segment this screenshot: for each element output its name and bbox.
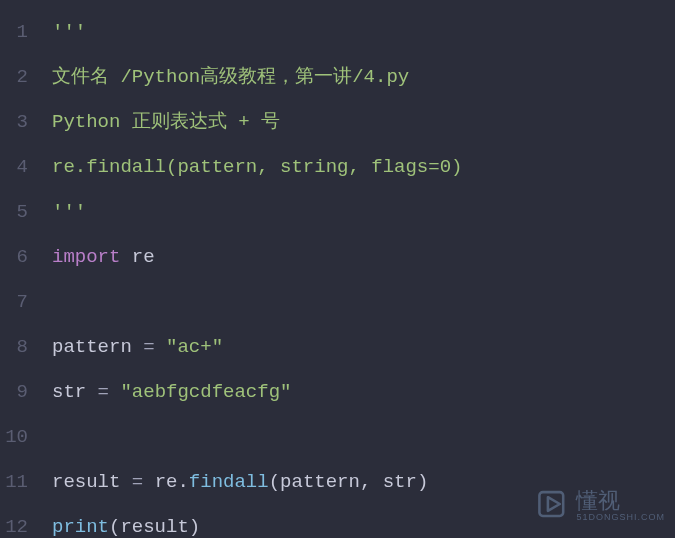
code-line[interactable] bbox=[52, 280, 675, 325]
token-str: "aebfgcdfeacfg" bbox=[120, 381, 291, 403]
line-number: 8 bbox=[0, 325, 28, 370]
token-ident: re bbox=[143, 471, 177, 493]
token-func: print bbox=[52, 516, 109, 538]
code-editor[interactable]: 123456789101112 '''文件名 /Python高级教程，第一讲/4… bbox=[0, 0, 675, 538]
token-ident: result bbox=[52, 471, 132, 493]
code-line[interactable]: 文件名 /Python高级教程，第一讲/4.py bbox=[52, 55, 675, 100]
token-ident: (result) bbox=[109, 516, 200, 538]
token-str: "ac+" bbox=[166, 336, 223, 358]
line-number: 6 bbox=[0, 235, 28, 280]
code-line[interactable]: print(result) bbox=[52, 505, 675, 538]
token-ident: pattern bbox=[52, 336, 143, 358]
token-func: findall bbox=[189, 471, 269, 493]
token-ident: str bbox=[52, 381, 98, 403]
code-line[interactable] bbox=[52, 415, 675, 460]
token-op: = bbox=[132, 471, 143, 493]
line-number: 11 bbox=[0, 460, 28, 505]
token-ident bbox=[155, 336, 166, 358]
line-number: 7 bbox=[0, 280, 28, 325]
token-ident bbox=[109, 381, 120, 403]
token-str: 文件名 /Python高级教程，第一讲/4.py bbox=[52, 66, 409, 88]
code-line[interactable]: str = "aebfgcdfeacfg" bbox=[52, 370, 675, 415]
code-line[interactable]: ''' bbox=[52, 10, 675, 55]
token-ident: re bbox=[132, 246, 155, 268]
token-op: = bbox=[98, 381, 109, 403]
token-ident bbox=[120, 246, 131, 268]
token-str: ''' bbox=[52, 201, 86, 223]
line-number: 1 bbox=[0, 10, 28, 55]
line-number-gutter: 123456789101112 bbox=[0, 0, 38, 538]
token-keyword: import bbox=[52, 246, 120, 268]
code-line[interactable]: pattern = "ac+" bbox=[52, 325, 675, 370]
token-punc: . bbox=[177, 471, 188, 493]
line-number: 4 bbox=[0, 145, 28, 190]
code-area[interactable]: '''文件名 /Python高级教程，第一讲/4.pyPython 正则表达式 … bbox=[38, 0, 675, 538]
line-number: 3 bbox=[0, 100, 28, 145]
code-line[interactable]: Python 正则表达式 + 号 bbox=[52, 100, 675, 145]
code-line[interactable]: import re bbox=[52, 235, 675, 280]
line-number: 12 bbox=[0, 505, 28, 538]
token-str: ''' bbox=[52, 21, 86, 43]
line-number: 2 bbox=[0, 55, 28, 100]
token-str: re.findall(pattern, string, flags=0) bbox=[52, 156, 462, 178]
token-ident: (pattern, str) bbox=[269, 471, 429, 493]
token-str: Python 正则表达式 + 号 bbox=[52, 111, 280, 133]
code-line[interactable]: result = re.findall(pattern, str) bbox=[52, 460, 675, 505]
code-line[interactable]: ''' bbox=[52, 190, 675, 235]
line-number: 5 bbox=[0, 190, 28, 235]
line-number: 9 bbox=[0, 370, 28, 415]
line-number: 10 bbox=[0, 415, 28, 460]
code-line[interactable]: re.findall(pattern, string, flags=0) bbox=[52, 145, 675, 190]
token-op: = bbox=[143, 336, 154, 358]
